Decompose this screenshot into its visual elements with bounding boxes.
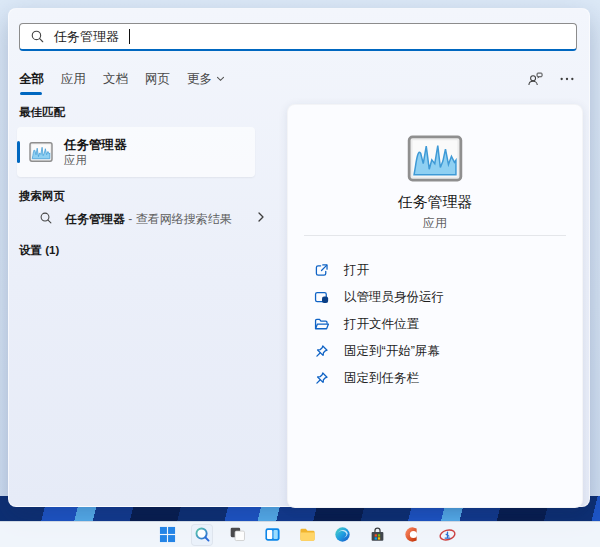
settings-section-label: 设置 (1) (19, 243, 59, 258)
open-file-location-icon (313, 316, 330, 333)
web-search-result[interactable]: 任务管理器 - 查看网络搜索结果 (17, 204, 267, 232)
preview-subtitle: 应用 (288, 215, 582, 232)
search-icon (30, 29, 45, 44)
best-match-section-label: 最佳匹配 (19, 105, 65, 120)
taskbar (0, 521, 600, 547)
taskbar-search-button[interactable] (191, 524, 213, 546)
tab-all[interactable]: 全部 (19, 71, 44, 88)
best-match-subtitle: 应用 (64, 153, 127, 167)
search-input[interactable]: 任务管理器 (19, 23, 577, 51)
action-label: 以管理员身份运行 (344, 289, 444, 306)
search-toolbar-icons (526, 66, 575, 92)
office-button[interactable] (401, 524, 423, 546)
action-list: 打开 以管理员身份运行 打开文件位置 (288, 257, 582, 392)
best-match-result[interactable]: 任务管理器 应用 (17, 127, 255, 177)
search-filter-tabs: 全部 应用 文档 网页 更多 (19, 66, 225, 92)
preview-title: 任务管理器 (288, 193, 582, 212)
action-pin-to-taskbar[interactable]: 固定到任务栏 (288, 365, 582, 392)
unknown-app-icon[interactable] (436, 524, 458, 546)
task-manager-icon-large (288, 135, 582, 182)
chevron-down-icon (216, 76, 225, 82)
tab-more[interactable]: 更多 (187, 71, 225, 88)
web-result-suffix: - 查看网络搜索结果 (125, 212, 232, 226)
widgets-button[interactable] (261, 524, 283, 546)
action-open-file-location[interactable]: 打开文件位置 (288, 311, 582, 338)
search-query-text: 任务管理器 (54, 28, 119, 46)
pin-icon (313, 370, 330, 387)
open-icon (313, 262, 330, 279)
account-icon[interactable] (526, 71, 544, 87)
result-preview-panel: 任务管理器 应用 打开 以管理员身份运行 (287, 104, 583, 508)
run-as-admin-icon (313, 289, 330, 306)
windows-start-button[interactable] (156, 524, 178, 546)
action-label: 打开文件位置 (344, 316, 419, 333)
pin-icon (313, 343, 330, 360)
search-icon (39, 211, 53, 225)
action-label: 打开 (344, 262, 369, 279)
edge-browser-button[interactable] (331, 524, 353, 546)
file-explorer-button[interactable] (296, 524, 318, 546)
microsoft-store-button[interactable] (366, 524, 388, 546)
action-open[interactable]: 打开 (288, 257, 582, 284)
tab-web[interactable]: 网页 (145, 71, 170, 88)
action-pin-to-start[interactable]: 固定到“开始”屏幕 (288, 338, 582, 365)
divider (304, 235, 566, 236)
web-result-title: 任务管理器 (65, 212, 125, 226)
windows-search-flyout: 任务管理器 全部 应用 文档 网页 更多 最佳匹配 (8, 8, 590, 507)
desktop: 任务管理器 全部 应用 文档 网页 更多 最佳匹配 (0, 0, 600, 547)
best-match-title: 任务管理器 (64, 137, 127, 153)
text-caret (129, 29, 130, 44)
chevron-right-icon (255, 210, 267, 224)
task-manager-icon (29, 142, 53, 162)
action-run-as-admin[interactable]: 以管理员身份运行 (288, 284, 582, 311)
action-label: 固定到“开始”屏幕 (344, 343, 440, 360)
tab-documents[interactable]: 文档 (103, 71, 128, 88)
task-view-button[interactable] (226, 524, 248, 546)
ellipsis-icon[interactable] (559, 76, 575, 82)
web-search-section-label: 搜索网页 (19, 189, 65, 204)
tab-apps[interactable]: 应用 (61, 71, 86, 88)
action-label: 固定到任务栏 (344, 370, 419, 387)
